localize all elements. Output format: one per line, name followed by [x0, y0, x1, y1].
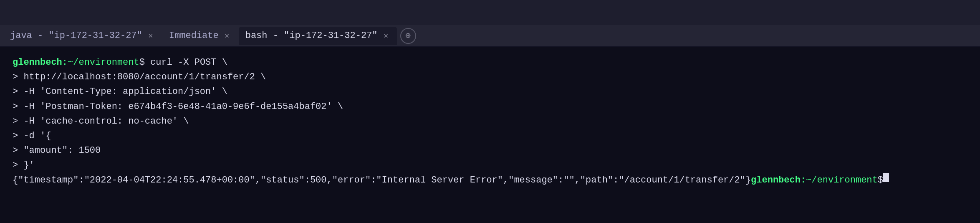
continuation-text: > }': [13, 158, 35, 172]
terminal-line-2: > http://localhost:8080/account/1/transf…: [13, 70, 967, 84]
tab-immediate-label: Immediate: [169, 30, 219, 41]
tab-java[interactable]: java - "ip-172-31-32-27" ✕: [3, 27, 162, 45]
terminal-line-1: glennbech:~/environment $ curl -X POST \: [13, 55, 967, 70]
new-tab-button[interactable]: ⊕: [400, 28, 416, 44]
close-icon[interactable]: ✕: [146, 32, 155, 40]
trailing-prompt-user: glennbech: [751, 173, 801, 188]
terminal-line-9: {"timestamp":"2022-04-04T22:24:55.478+00…: [13, 173, 967, 188]
terminal-line-5: > -H 'cache-control: no-cache' \: [13, 114, 967, 129]
continuation-text: > -d '{: [13, 129, 51, 143]
close-icon[interactable]: ✕: [223, 32, 231, 40]
plus-icon: ⊕: [405, 30, 411, 41]
continuation-text: > -H 'Postman-Token: e674b4f3-6e48-41a0-…: [13, 99, 343, 114]
tab-java-label: java - "ip-172-31-32-27": [10, 30, 142, 41]
top-bar: [0, 0, 980, 25]
cursor: [883, 173, 889, 182]
terminal-body: glennbech:~/environment $ curl -X POST \…: [0, 47, 980, 223]
close-icon[interactable]: ✕: [382, 32, 390, 40]
terminal-line-8: > }': [13, 158, 967, 172]
continuation-text: > -H 'cache-control: no-cache' \: [13, 114, 189, 129]
tab-bash[interactable]: bash - "ip-172-31-32-27" ✕: [239, 27, 397, 45]
terminal-line-7: > "amount": 1500: [13, 143, 967, 158]
tab-bar: java - "ip-172-31-32-27" ✕ Immediate ✕ b…: [0, 25, 980, 47]
tab-immediate[interactable]: Immediate ✕: [162, 27, 238, 45]
prompt-user: glennbech: [13, 55, 62, 70]
terminal-line-6: > -d '{: [13, 129, 967, 143]
terminal-line-3: > -H 'Content-Type: application/json' \: [13, 84, 967, 99]
prompt-dollar: $ curl -X POST \: [139, 55, 227, 70]
continuation-text: > -H 'Content-Type: application/json' \: [13, 84, 227, 99]
continuation-text: > "amount": 1500: [13, 143, 101, 158]
continuation-text: > http://localhost:8080/account/1/transf…: [13, 70, 266, 84]
trailing-prompt-dollar: $: [878, 173, 883, 188]
prompt-path: :~/environment: [62, 55, 139, 70]
terminal-line-4: > -H 'Postman-Token: e674b4f3-6e48-41a0-…: [13, 99, 967, 114]
trailing-prompt-path: :~/environment: [801, 173, 878, 188]
json-output: {"timestamp":"2022-04-04T22:24:55.478+00…: [13, 173, 751, 188]
tab-bash-label: bash - "ip-172-31-32-27": [245, 30, 378, 41]
